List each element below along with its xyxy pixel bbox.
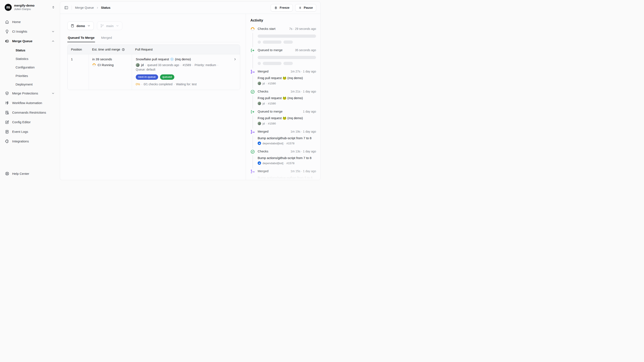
- tab-merged[interactable]: Merged: [101, 36, 112, 42]
- sidebar-item-priorities[interactable]: Priorities: [4, 71, 56, 80]
- activity-item[interactable]: Checks1m 13s · 1 day ago Bump actions/gi…: [250, 149, 316, 169]
- activity-skeleton: [258, 31, 316, 44]
- activity-pr-meta: jd·#1590: [258, 82, 316, 85]
- org-switcher[interactable]: m mergify-demo Julien Danjou: [4, 3, 56, 12]
- position-cell: 1: [68, 54, 89, 90]
- activity-author: jd: [262, 102, 265, 105]
- separator: ·: [145, 63, 146, 67]
- separator: ·: [284, 162, 286, 165]
- spinner-icon: [250, 27, 255, 31]
- sidebar-item-merge-queue[interactable]: Merge Queue: [4, 36, 56, 46]
- skeleton-bar: [284, 62, 293, 65]
- pr-progress: 0%·0/1 checks completed·Waiting for: tes…: [136, 83, 230, 86]
- chevron-down-icon: [51, 92, 55, 95]
- table-header: Position Est. time until merge Pull Requ…: [68, 45, 240, 54]
- branch-select[interactable]: main: [97, 22, 122, 30]
- pause-button[interactable]: Pause: [295, 4, 316, 12]
- chevrons-up-down-icon: [51, 5, 55, 9]
- activity-event-time: 1m 15s · 1 day ago: [289, 169, 316, 173]
- sidebar-item-event-logs[interactable]: Event Logs: [4, 127, 56, 136]
- sidebar-item-ci-insights[interactable]: CI Insights: [4, 27, 56, 36]
- pr-title[interactable]: Snowflake pull request ❄️ (mq demo): [136, 57, 230, 61]
- activity-event-title: Queued to merge: [258, 110, 282, 113]
- spinner-icon: [92, 63, 96, 67]
- sidebar-item-integrations[interactable]: Integrations: [4, 136, 56, 146]
- activity-pr-title[interactable]: Bump actions/github-script from 7 to 8: [258, 156, 316, 160]
- sidebar-item-label: Priorities: [16, 74, 28, 78]
- merge-queue-icon: [5, 39, 9, 43]
- ci-status-label: CI Running: [98, 63, 114, 67]
- git-merge-icon: [250, 169, 255, 174]
- activity-pr-title[interactable]: Bump actions/github-script from 7 to 8: [258, 136, 316, 140]
- badge-queued: queued: [160, 74, 174, 80]
- workflow-automation-icon: [5, 101, 9, 105]
- activity-pr-title[interactable]: Frog pull request 🐸 (mq demo): [258, 76, 316, 80]
- lifebuoy-icon: [5, 171, 10, 176]
- queued-to-merge-icon: [250, 48, 255, 53]
- branch-value: main: [106, 24, 114, 28]
- sidebar-item-home[interactable]: Home: [4, 17, 56, 27]
- sidebar-item-workflow-automation[interactable]: Workflow Automation: [4, 98, 56, 108]
- activity-item[interactable]: Merged1m 27s · 1 day ago Frog pull reque…: [250, 70, 316, 90]
- activity-event-title: Checks: [258, 90, 268, 93]
- avatar: [258, 102, 261, 105]
- tab-queued-to-merge[interactable]: Queued To Merge: [67, 36, 95, 42]
- git-merge-icon: [250, 130, 255, 134]
- skeleton-circle: [258, 62, 261, 65]
- pr-priority: Priority: medium: [194, 63, 216, 67]
- est-time-value: in 39 seconds: [92, 57, 128, 61]
- sidebar-toggle-button[interactable]: [64, 6, 68, 10]
- sidebar-item-commands-restrictions[interactable]: Commands Restrictions: [4, 108, 56, 117]
- activity-pr-number: #1590: [268, 102, 276, 105]
- freeze-button[interactable]: Freeze: [271, 4, 293, 12]
- sidebar-item-config-editor[interactable]: Config Editor: [4, 117, 56, 127]
- activity-item[interactable]: Checks start7s · 29 seconds ago: [250, 27, 316, 48]
- sidebar-item-merge-protections[interactable]: Merge Protections: [4, 89, 56, 98]
- dependabot-icon: [258, 142, 261, 145]
- activity-pr-meta: jd·#1590: [258, 102, 316, 105]
- activity-event-title: Merged: [258, 130, 268, 133]
- activity-pr-title[interactable]: Bump actions/setup-python from 5 to 6: [258, 176, 316, 180]
- activity-event-time: 1m 21s · 1 day ago: [289, 90, 316, 93]
- help-circle-icon[interactable]: [122, 48, 125, 51]
- activity-pr-number: #1578: [286, 162, 294, 165]
- lightbulb-icon: [5, 30, 9, 34]
- help-center-label: Help Center: [12, 172, 29, 175]
- activity-item[interactable]: Checks1m 21s · 1 day ago Frog pull reque…: [250, 90, 316, 110]
- chevron-right-icon[interactable]: [233, 58, 237, 61]
- sidebar-item-configuration[interactable]: Configuration: [4, 63, 56, 71]
- mergify-logo: m: [5, 4, 12, 11]
- avatar: [258, 122, 261, 125]
- breadcrumb-merge-queue[interactable]: Merge Queue: [75, 6, 94, 9]
- activity-event-title: Merged: [258, 70, 268, 73]
- activity-item[interactable]: Merged1m 15s · 1 day ago Bump actions/se…: [250, 169, 316, 180]
- activity-skeleton: [258, 53, 316, 65]
- activity-item[interactable]: Queued to merge1 day ago Frog pull reque…: [250, 110, 316, 130]
- sidebar-item-status[interactable]: Status: [4, 46, 56, 54]
- help-center-link[interactable]: Help Center: [4, 169, 56, 178]
- activity-panel: Activity Checks start7s · 29 seconds ago…: [246, 14, 320, 180]
- activity-pr-number: #1578: [286, 142, 294, 145]
- repository-select[interactable]: demo: [67, 22, 94, 30]
- divider: [72, 6, 72, 10]
- sidebar-item-label: Status: [16, 48, 25, 52]
- sidebar: m mergify-demo Julien Danjou Home CI Ins…: [0, 0, 60, 181]
- queue-row[interactable]: 1 in 39 seconds CI Running Snowflake pul…: [68, 54, 240, 90]
- separator: ·: [217, 63, 218, 67]
- activity-pr-title[interactable]: Frog pull request 🐸 (mq demo): [258, 96, 316, 100]
- queue-table: Position Est. time until merge Pull Requ…: [67, 45, 240, 90]
- sidebar-item-deployment[interactable]: Deployment: [4, 80, 56, 89]
- column-header-position: Position: [68, 45, 89, 54]
- skeleton-bar: [263, 62, 282, 65]
- sidebar-item-label: Statistics: [16, 57, 28, 61]
- skeleton-bar: [258, 56, 316, 59]
- sidebar-item-label: Integrations: [12, 139, 29, 143]
- activity-pr-title[interactable]: Frog pull request 🐸 (mq demo): [258, 116, 316, 120]
- activity-author: jd: [262, 122, 265, 125]
- est-time-cell: in 39 seconds CI Running: [89, 54, 132, 90]
- activity-item[interactable]: Merged1m 19s · 1 day ago Bump actions/gi…: [250, 130, 316, 149]
- ci-status: CI Running: [92, 63, 128, 67]
- sidebar-item-statistics[interactable]: Statistics: [4, 54, 56, 63]
- activity-item[interactable]: Queued to merge35 seconds ago: [250, 48, 316, 70]
- activity-pr-number: #1590: [268, 122, 276, 125]
